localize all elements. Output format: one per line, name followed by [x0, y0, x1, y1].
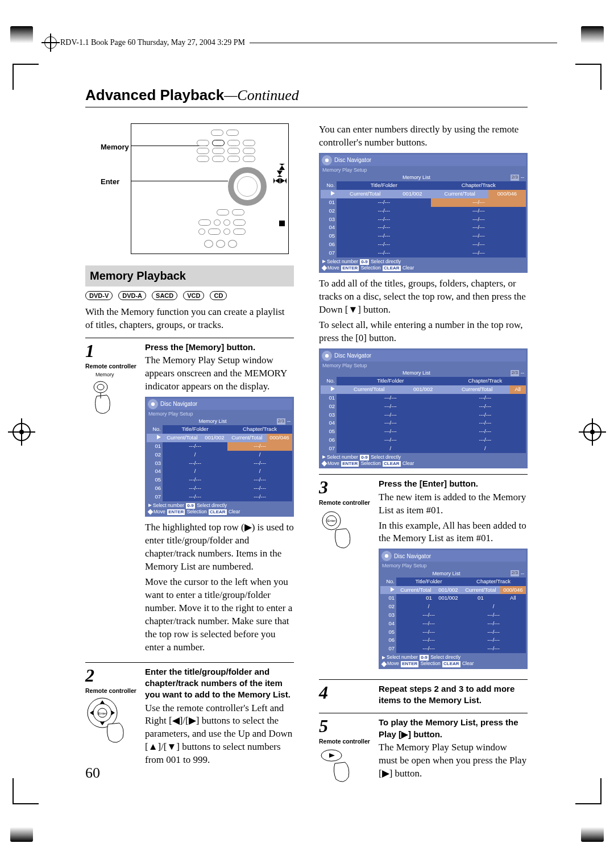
- diagram-memory-label: Memory: [101, 142, 129, 152]
- svg-point-0: [94, 381, 107, 393]
- svg-text:Enter: Enter: [327, 519, 335, 522]
- memory-button-icon: [85, 380, 145, 421]
- step-1-number: 1: [85, 342, 145, 360]
- enter-button-icon: Enter: [319, 509, 379, 555]
- right-intro: You can enter numbers directly by using …: [319, 123, 528, 149]
- badge-vcd: VCD: [183, 291, 204, 300]
- step-1-body1: The Memory Play Setup window appears ons…: [145, 354, 294, 393]
- intro-text: With the Memory function you can create …: [85, 306, 294, 332]
- step-4-title: Repeat steps 2 and 3 to add more items t…: [379, 683, 528, 707]
- remote-diagram: Memory Enter: [131, 123, 289, 254]
- page-number: 60: [85, 763, 100, 783]
- step-1-body2: The highlighted top row (▶) is used to e…: [145, 521, 294, 574]
- disc-navigator-panel-1: Disc Navigator Memory Play Setup Memory …: [145, 397, 294, 517]
- remote-controller-label: Remote controller: [85, 362, 145, 370]
- step-3-title: Press the [Enter] button.: [379, 478, 528, 489]
- step-4-number: 4: [319, 683, 379, 701]
- badge-dvda: DVD-A: [118, 291, 146, 300]
- dpad-icon: Enter: [85, 697, 145, 750]
- diagram-enter-label: Enter: [101, 177, 119, 187]
- disc-navigator-panel-after-enter: Disc Navigator Memory Play Setup Memory …: [379, 549, 528, 668]
- svg-text:Enter: Enter: [98, 712, 106, 715]
- disc-navigator-panel-all: Disc Navigator Memory Play Setup Memory …: [319, 348, 528, 468]
- section-heading: Memory Playback: [85, 265, 294, 286]
- step-5-number: 5: [319, 717, 379, 735]
- step-2-title: Enter the title/group/folder and chapter…: [145, 666, 294, 701]
- step-1-body3: Move the cursor to the left when you wan…: [145, 576, 294, 654]
- step-2-number: 2: [85, 666, 145, 684]
- book-header: RDV-1.1 Book Page 60 Thursday, May 27, 2…: [44, 36, 557, 49]
- format-badges: DVD-V DVD-A SACD VCD CD: [85, 291, 294, 300]
- step-3-number: 3: [319, 478, 379, 496]
- play-button-icon: [319, 747, 379, 791]
- step-5-body: The Memory Play Setup window must be ope…: [379, 741, 528, 780]
- step-5-title: To play the Memory List, press the Play …: [379, 717, 528, 740]
- header-text: RDV-1.1 Book Page 60 Thursday, May 27, 2…: [60, 38, 245, 48]
- step-3-body1: The new item is added to the Memory List…: [379, 491, 528, 517]
- badge-dvdv: DVD-V: [85, 291, 113, 300]
- step-2-body: Use the remote controller's Left and Rig…: [145, 702, 294, 767]
- right-select-all: To select all, while entering a number i…: [319, 319, 528, 345]
- step-3-body2: In this example, All has been added to t…: [379, 520, 528, 546]
- page-title: Advanced Playback—Continued: [85, 85, 528, 107]
- step-1-title: Press the [Memory] button.: [145, 342, 294, 353]
- disc-navigator-panel-top: Disc Navigator Memory Play Setup Memory …: [319, 153, 528, 273]
- right-add-all: To add all of the titles, groups, folder…: [319, 277, 528, 317]
- badge-sacd: SACD: [152, 291, 177, 300]
- badge-cd: CD: [210, 291, 227, 300]
